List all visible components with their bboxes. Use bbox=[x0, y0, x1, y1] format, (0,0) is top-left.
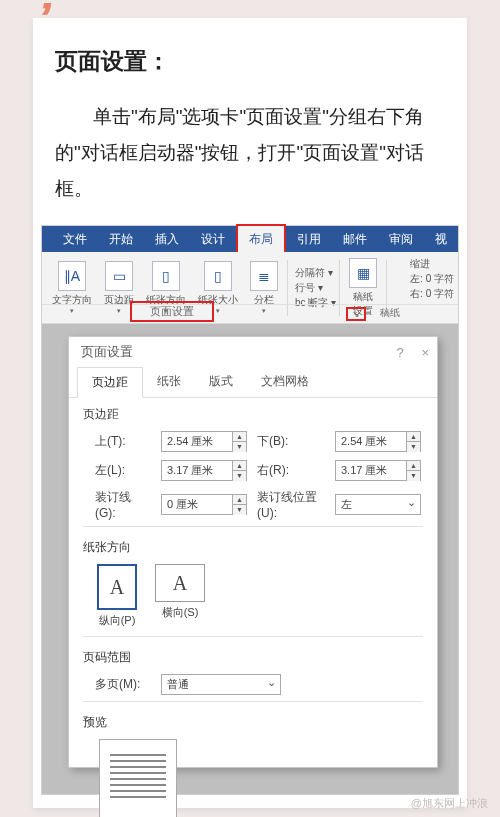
margin-left-label: 左(L): bbox=[95, 462, 151, 479]
orientation-section: 纸张方向 A 纵向(P) A 横向(S) bbox=[69, 531, 437, 641]
dialog-help-button[interactable]: ? bbox=[397, 345, 404, 360]
manuscript-icon: ▦ bbox=[349, 258, 377, 288]
margins-icon: ▭ bbox=[105, 261, 133, 291]
margin-top-label: 上(T): bbox=[95, 433, 151, 450]
preview-thumbnail bbox=[99, 739, 177, 817]
tab-view[interactable]: 视 bbox=[424, 226, 458, 253]
preview-section: 预览 bbox=[69, 706, 437, 817]
gutter-pos-label: 装订线位置(U): bbox=[257, 489, 325, 520]
margin-right-label: 右(R): bbox=[257, 462, 325, 479]
indent-left[interactable]: 左: 0 字符 bbox=[410, 271, 454, 286]
tab-mail[interactable]: 邮件 bbox=[332, 226, 378, 253]
page-setup-group-label: 页面设置 bbox=[130, 301, 214, 322]
page-setup-dialog: 页面设置 ? × 页边距 纸张 版式 文档网格 页边距 上(T): 2.54 厘… bbox=[68, 336, 438, 768]
indent-group: 缩进 左: 0 字符 右: 0 字符 bbox=[410, 256, 454, 301]
screenshot: 文件 开始 插入 设计 布局 引用 邮件 审阅 视 ∥A 文字方向 ▾ ▭ 页边… bbox=[41, 225, 459, 795]
margin-bottom-input[interactable]: 2.54 厘米▲▼ bbox=[335, 431, 421, 452]
breaks-button[interactable]: 分隔符 ▾ bbox=[295, 265, 336, 280]
tab-file[interactable]: 文件 bbox=[52, 226, 98, 253]
page-range-section: 页码范围 多页(M): 普通 bbox=[69, 641, 437, 706]
dialog-tab-paper[interactable]: 纸张 bbox=[143, 367, 195, 397]
tab-insert[interactable]: 插入 bbox=[144, 226, 190, 253]
dialog-tab-margins[interactable]: 页边距 bbox=[77, 367, 143, 398]
watermark: @旭东网上冲浪 bbox=[411, 796, 488, 811]
size-icon: ▯ bbox=[204, 261, 232, 291]
paper-group-label: 稿纸 bbox=[380, 306, 400, 320]
margins-section: 页边距 上(T): 2.54 厘米▲▼ 下(B): 2.54 厘米▲▼ 左(L)… bbox=[69, 398, 437, 531]
tab-design[interactable]: 设计 bbox=[190, 226, 236, 253]
text-direction-icon: ∥A bbox=[58, 261, 86, 291]
dialog-tabs: 页边距 纸张 版式 文档网格 bbox=[69, 367, 437, 398]
gutter-label: 装订线(G): bbox=[95, 489, 151, 520]
tab-references[interactable]: 引用 bbox=[286, 226, 332, 253]
orientation-portrait[interactable]: A 纵向(P) bbox=[97, 564, 137, 628]
margin-bottom-label: 下(B): bbox=[257, 433, 325, 450]
multi-page-select[interactable]: 普通 bbox=[161, 674, 281, 695]
margin-left-input[interactable]: 3.17 厘米▲▼ bbox=[161, 460, 247, 481]
article-card: 页面设置： 单击"布局"选项卡"页面设置"分组右下角的"对话框启动器"按钮，打开… bbox=[33, 18, 467, 808]
article-body: 单击"布局"选项卡"页面设置"分组右下角的"对话框启动器"按钮，打开"页面设置"… bbox=[55, 99, 445, 207]
multi-page-label: 多页(M): bbox=[95, 676, 151, 693]
gutter-input[interactable]: 0 厘米▲▼ bbox=[161, 494, 247, 515]
landscape-icon: A bbox=[155, 564, 205, 602]
article-title: 页面设置： bbox=[55, 46, 449, 77]
tab-review[interactable]: 审阅 bbox=[378, 226, 424, 253]
tab-layout[interactable]: 布局 bbox=[236, 224, 286, 255]
ribbon-tabbar: 文件 开始 插入 设计 布局 引用 邮件 审阅 视 bbox=[42, 226, 458, 252]
indent-right[interactable]: 右: 0 字符 bbox=[410, 286, 454, 301]
orientation-icon: ▯ bbox=[152, 261, 180, 291]
line-numbers-button[interactable]: 行号 ▾ bbox=[295, 280, 336, 295]
dialog-tab-layout[interactable]: 版式 bbox=[195, 367, 247, 397]
tab-home[interactable]: 开始 bbox=[98, 226, 144, 253]
columns-icon: ≣ bbox=[250, 261, 278, 291]
margin-right-input[interactable]: 3.17 厘米▲▼ bbox=[335, 460, 421, 481]
dialog-close-button[interactable]: × bbox=[421, 345, 429, 360]
orientation-landscape[interactable]: A 横向(S) bbox=[155, 564, 205, 628]
margin-top-input[interactable]: 2.54 厘米▲▼ bbox=[161, 431, 247, 452]
gutter-pos-select[interactable]: 左 bbox=[335, 494, 421, 515]
ribbon-body: ∥A 文字方向 ▾ ▭ 页边距 ▾ ▯ 纸张方向 ▾ ▯ 纸张大小 ▾ ≣ 分栏 bbox=[42, 252, 458, 324]
dialog-title: 页面设置 bbox=[81, 343, 133, 361]
dialog-tab-grid[interactable]: 文档网格 bbox=[247, 367, 323, 397]
portrait-icon: A bbox=[97, 564, 137, 610]
dialog-launcher-button[interactable]: ↘ bbox=[346, 307, 366, 321]
ribbon-footer: 页面设置 ↘ 稿纸 bbox=[42, 304, 458, 323]
dialog-titlebar: 页面设置 ? × bbox=[69, 337, 437, 367]
